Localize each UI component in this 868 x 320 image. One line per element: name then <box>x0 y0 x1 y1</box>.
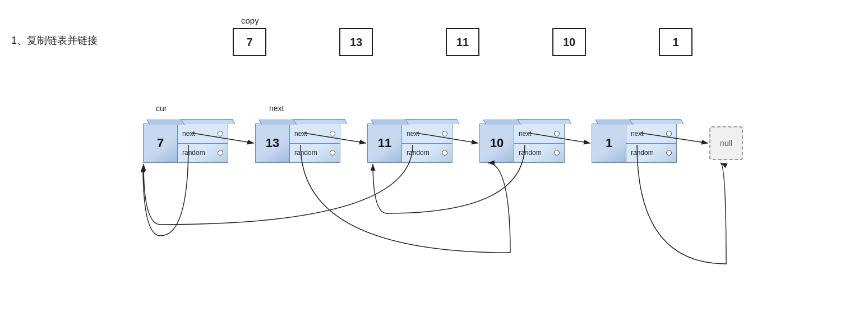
node-4-random-field: random <box>626 144 676 163</box>
node-4-fields: next random <box>626 124 677 163</box>
node-0-random-field: random <box>178 144 228 163</box>
page-title: 1、复制链表并链接 <box>11 34 98 47</box>
copy-label: copy <box>241 16 259 25</box>
node-1-random-dot <box>330 150 335 156</box>
node-2-random-dot <box>442 150 447 156</box>
copy-box-4: 1 <box>659 28 692 56</box>
node-3-next-field: next <box>514 124 564 144</box>
node-2-next-dot <box>442 131 447 136</box>
node-3: 10 next random <box>479 124 566 163</box>
node-1-random-field: random <box>290 144 340 163</box>
node-0: 7 next random <box>143 124 230 163</box>
node-3-fields: next random <box>514 124 565 163</box>
cur-label: cur <box>156 104 167 113</box>
node-3-next-dot <box>554 131 560 136</box>
node-0-next-dot <box>218 131 223 136</box>
node-1-next-dot <box>330 131 335 136</box>
node-3-val: 10 <box>479 124 514 163</box>
node-1-val: 13 <box>255 124 290 163</box>
node-0-val: 7 <box>143 124 178 163</box>
node-2-random-field: random <box>402 144 452 163</box>
node-1-next-field: next <box>290 124 340 144</box>
next-label: next <box>269 104 284 113</box>
node-4-next-dot <box>666 131 672 136</box>
node-1-fields: next random <box>290 124 340 163</box>
node-3-random-dot <box>554 150 560 156</box>
node-1: 13 next random <box>255 124 342 163</box>
copy-box-3: 10 <box>552 28 586 56</box>
node-2: 11 next random <box>367 124 454 163</box>
null-box: null <box>709 126 743 160</box>
node-2-val: 11 <box>367 124 402 163</box>
node-2-next-field: next <box>402 124 452 144</box>
node-2-fields: next random <box>402 124 453 163</box>
node-0-random-dot <box>218 150 223 156</box>
node-4-val: 1 <box>592 124 626 163</box>
node-0-next-field: next <box>178 124 228 144</box>
node-3-random-field: random <box>514 144 564 163</box>
copy-box-2: 11 <box>446 28 479 56</box>
copy-box-0: 7 <box>233 28 266 56</box>
node-4: 1 next random <box>592 124 678 163</box>
node-0-fields: next random <box>178 124 228 163</box>
node-4-next-field: next <box>626 124 676 144</box>
copy-box-1: 13 <box>339 28 373 56</box>
node-4-random-dot <box>666 150 672 156</box>
